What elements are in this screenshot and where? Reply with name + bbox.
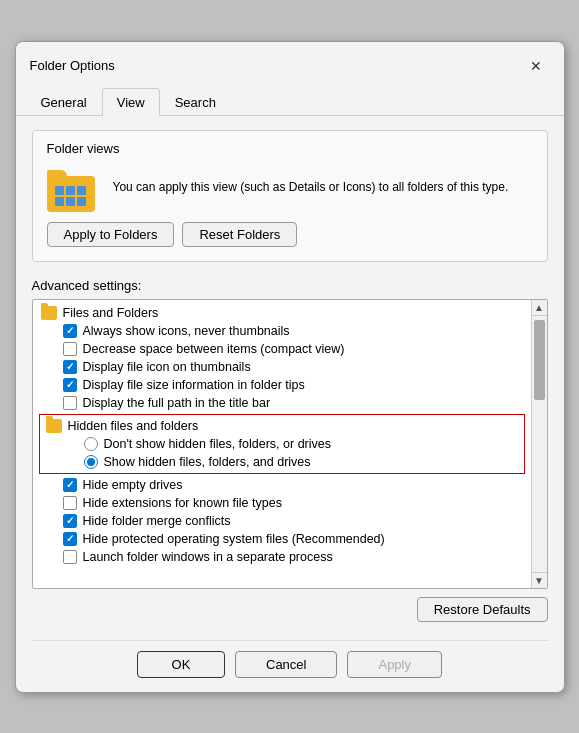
grid-cell <box>66 186 75 195</box>
checkbox-hide-empty-drives[interactable] <box>63 478 77 492</box>
apply-button[interactable]: Apply <box>347 651 442 678</box>
list-item[interactable]: Decrease space between items (compact vi… <box>35 340 529 358</box>
folder-icon-small <box>41 306 57 320</box>
list-item[interactable]: Hide extensions for known file types <box>35 494 529 512</box>
hidden-files-group: Hidden files and folders Don't show hidd… <box>39 414 525 474</box>
ok-button[interactable]: OK <box>137 651 225 678</box>
checkbox-display-file-icon[interactable] <box>63 360 77 374</box>
settings-list-container: Files and Folders Always show icons, nev… <box>32 299 548 589</box>
group-label: Files and Folders <box>63 306 159 320</box>
list-item[interactable]: Hide protected operating system files (R… <box>35 530 529 548</box>
scrollbar-up-arrow[interactable]: ▲ <box>532 300 547 316</box>
footer-buttons: OK Cancel Apply <box>32 640 548 692</box>
grid-cell <box>77 186 86 195</box>
folder-views-section: Folder views <box>32 130 548 262</box>
scrollbar-track[interactable]: ▲ ▼ <box>531 300 547 588</box>
settings-list: Files and Folders Always show icons, nev… <box>33 300 531 588</box>
tab-search[interactable]: Search <box>160 88 231 116</box>
folder-options-dialog: Folder Options ✕ General View Search Fol… <box>15 41 565 693</box>
hidden-files-group-header: Hidden files and folders <box>40 417 524 435</box>
grid-cell <box>77 197 86 206</box>
item-label: Launch folder windows in a separate proc… <box>83 550 333 564</box>
list-item[interactable]: Hide empty drives <box>35 476 529 494</box>
scrollbar-down-arrow[interactable]: ▼ <box>532 572 547 588</box>
list-item[interactable]: Display the full path in the title bar <box>35 394 529 412</box>
checkbox-hide-extensions[interactable] <box>63 496 77 510</box>
cancel-button[interactable]: Cancel <box>235 651 337 678</box>
tab-bar: General View Search <box>16 88 564 116</box>
item-label: Decrease space between items (compact vi… <box>83 342 345 356</box>
files-and-folders-group-header: Files and Folders <box>35 304 529 322</box>
apply-to-folders-button[interactable]: Apply to Folders <box>47 222 175 247</box>
scrollbar-thumb[interactable] <box>534 320 545 400</box>
close-button[interactable]: ✕ <box>522 52 550 80</box>
checkbox-always-show-icons[interactable] <box>63 324 77 338</box>
title-bar: Folder Options ✕ <box>16 42 564 88</box>
tab-general[interactable]: General <box>26 88 102 116</box>
item-label: Don't show hidden files, folders, or dri… <box>104 437 332 451</box>
folder-icon-small <box>46 419 62 433</box>
checkbox-display-file-size[interactable] <box>63 378 77 392</box>
grid-cell <box>55 197 64 206</box>
list-item[interactable]: Launch folder windows in a separate proc… <box>35 548 529 566</box>
item-label: Always show icons, never thumbnails <box>83 324 290 338</box>
item-label: Hide extensions for known file types <box>83 496 282 510</box>
folder-views-title: Folder views <box>47 141 533 156</box>
radio-dont-show-hidden[interactable] <box>84 437 98 451</box>
grid-cell <box>66 197 75 206</box>
list-item[interactable]: Display file icon on thumbnails <box>35 358 529 376</box>
checkbox-hide-protected[interactable] <box>63 532 77 546</box>
folder-description: You can apply this view (such as Details… <box>113 179 533 196</box>
group-label: Hidden files and folders <box>68 419 199 433</box>
tab-content: Folder views <box>16 116 564 640</box>
folder-grid <box>55 186 86 206</box>
folder-base <box>47 176 95 212</box>
folder-views-inner: You can apply this view (such as Details… <box>47 164 533 212</box>
item-label: Display the full path in the title bar <box>83 396 271 410</box>
list-item[interactable]: Always show icons, never thumbnails <box>35 322 529 340</box>
item-label: Display file icon on thumbnails <box>83 360 251 374</box>
grid-cell <box>55 186 64 195</box>
list-item[interactable]: Show hidden files, folders, and drives <box>40 453 524 471</box>
folder-icon-area <box>47 164 99 212</box>
item-label: Hide folder merge conflicts <box>83 514 231 528</box>
item-label: Show hidden files, folders, and drives <box>104 455 311 469</box>
checkbox-hide-folder-merge[interactable] <box>63 514 77 528</box>
list-item[interactable]: Hide folder merge conflicts <box>35 512 529 530</box>
folder-view-buttons: Apply to Folders Reset Folders <box>47 222 533 247</box>
list-item[interactable]: Display file size information in folder … <box>35 376 529 394</box>
advanced-settings-label: Advanced settings: <box>32 278 548 293</box>
tab-view[interactable]: View <box>102 88 160 116</box>
checkbox-decrease-space[interactable] <box>63 342 77 356</box>
checkbox-launch-folder[interactable] <box>63 550 77 564</box>
restore-defaults-button[interactable]: Restore Defaults <box>417 597 548 622</box>
checkbox-display-full-path[interactable] <box>63 396 77 410</box>
item-label: Display file size information in folder … <box>83 378 305 392</box>
dialog-title: Folder Options <box>30 58 115 73</box>
radio-show-hidden[interactable] <box>84 455 98 469</box>
restore-row: Restore Defaults <box>32 589 548 626</box>
reset-folders-button[interactable]: Reset Folders <box>182 222 297 247</box>
item-label: Hide protected operating system files (R… <box>83 532 385 546</box>
list-item[interactable]: Don't show hidden files, folders, or dri… <box>40 435 524 453</box>
item-label: Hide empty drives <box>83 478 183 492</box>
